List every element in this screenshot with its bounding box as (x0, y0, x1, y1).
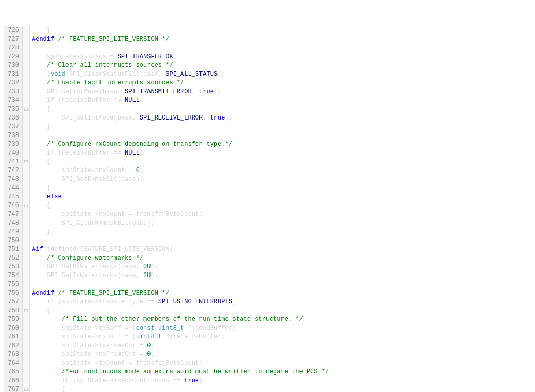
line-number: 748 (4, 219, 23, 228)
line-code: } (30, 123, 535, 131)
code-line: 758□ { (4, 306, 535, 315)
fold-space (23, 245, 30, 254)
code-line: 742 spiState->rxCount = 0; (4, 166, 535, 175)
fold-space (23, 184, 30, 193)
code-line: 741□ { (4, 158, 535, 166)
code-line: 754 SPI_SetTxWatermarks(base, 2U); (4, 271, 535, 280)
fold-space (23, 263, 30, 271)
code-line: 736 SPI_SetIntMode(base, SPI_RECEIVE_ERR… (4, 114, 535, 123)
line-number: 733 (4, 88, 23, 96)
fold-space (23, 254, 30, 263)
fold-button[interactable]: □ (23, 158, 30, 166)
line-number: 747 (4, 210, 23, 219)
line-number: 729 (4, 53, 23, 61)
code-line: 738 (4, 131, 535, 140)
line-code: #endif /* FEATURE_SPI_LITE_VERSION */ (30, 289, 535, 298)
line-number: 732 (4, 79, 23, 88)
line-code: spiState->rxFrameCnt = 0; (30, 350, 535, 359)
line-number: 728 (4, 44, 23, 53)
line-number: 730 (4, 61, 23, 70)
code-line: 733 SPI_SetIntMode(base, SPI_TRANSMIT_ER… (4, 88, 535, 96)
line-number: 750 (4, 236, 23, 245)
fold-button[interactable]: □ (23, 385, 30, 392)
code-line: 762 spiState->txFrameCnt = 0; (4, 342, 535, 350)
fold-button[interactable]: □ (23, 306, 30, 315)
line-code: else (30, 193, 535, 201)
line-number: 751 (4, 245, 23, 254)
code-line: 744 } (4, 184, 535, 193)
fold-button[interactable]: □ (23, 105, 30, 114)
line-number: 758 (4, 306, 23, 315)
line-code: { (30, 385, 535, 392)
line-number: 744 (4, 184, 23, 193)
code-line: 731 (void)SPI_ClearStatusFlag(base, SPI_… (4, 70, 535, 79)
code-line: 748 SPI_ClearRxmaskBit(base); (4, 219, 535, 228)
line-code: spiState->txFrameCnt = 0; (30, 342, 535, 350)
code-line: 764 spiState->txCount = transferByteCoun… (4, 359, 535, 368)
code-line: 756#endif /* FEATURE_SPI_LITE_VERSION */ (4, 289, 535, 298)
line-code: /* Enable fault interrupts sources */ (30, 79, 535, 88)
code-line: 743 SPI_SetRxmskBit(base); (4, 175, 535, 184)
fold-space (23, 315, 30, 324)
line-code: SPI_ClearRxmaskBit(base); (30, 219, 535, 228)
line-number: 761 (4, 333, 23, 342)
line-number: 734 (4, 96, 23, 105)
fold-space (23, 333, 30, 342)
fold-space (23, 210, 30, 219)
line-code: if (spiState->isPcsContinuous == true) (30, 377, 535, 385)
fold-space (23, 70, 30, 79)
fold-space (23, 96, 30, 105)
code-line: 765 /*For continuous mode an extra word … (4, 368, 535, 377)
code-line: 735□ { (4, 105, 535, 114)
code-line: 751#if !defined(FEATURE_SPI_LITE_VERSION… (4, 245, 535, 254)
code-lines[interactable]: 726 }727#endif /* FEATURE_SPI_LITE_VERSI… (0, 0, 535, 392)
line-number: 740 (4, 149, 23, 158)
line-number: 737 (4, 123, 23, 131)
line-code: } (30, 184, 535, 193)
code-line: 728 (4, 44, 535, 53)
line-code: { (30, 201, 535, 210)
line-number: 765 (4, 368, 23, 377)
line-number: 739 (4, 140, 23, 149)
code-line: 747 spiState->rxCount = transferByteCoun… (4, 210, 535, 219)
line-code: } (30, 228, 535, 236)
fold-space (23, 88, 30, 96)
line-number: 763 (4, 350, 23, 359)
line-number: 742 (4, 166, 23, 175)
line-number: 752 (4, 254, 23, 263)
line-code: SPI_SetIntMode(base, SPI_TRANSMIT_ERROR,… (30, 88, 535, 96)
line-number: 736 (4, 114, 23, 123)
code-line: 730 /* Clear all interrupts sources */ (4, 61, 535, 70)
fold-button[interactable]: □ (23, 201, 30, 210)
fold-space (23, 149, 30, 158)
code-line: 760 spiState->txBuff = (const uint8_t *)… (4, 324, 535, 333)
line-number: 726 (4, 26, 23, 35)
line-code: /* Fill out the other members of the run… (30, 315, 535, 324)
line-number: 746 (4, 201, 23, 210)
code-line: 750 (4, 236, 535, 245)
line-code: SPI_SetIntMode(base, SPI_RECEIVE_ERROR, … (30, 114, 535, 123)
line-number: 753 (4, 263, 23, 271)
line-code: /* Clear all interrupts sources */ (30, 61, 535, 70)
line-code: { (30, 306, 535, 315)
line-code: if (receiveBuffer != NULL) (30, 96, 535, 105)
fold-space (23, 44, 30, 53)
line-number: 735 (4, 105, 23, 114)
fold-space (23, 298, 30, 306)
line-code: #endif /* FEATURE_SPI_LITE_VERSION */ (30, 35, 535, 44)
line-code: /* Configure watermarks */ (30, 254, 535, 263)
line-code: /* Configure rxCount depending on transf… (30, 140, 535, 149)
fold-space (23, 228, 30, 236)
line-code: spiState->rxBuff = (uint8_t *)receiveBuf… (30, 333, 535, 342)
fold-space (23, 123, 30, 131)
line-code (30, 131, 535, 140)
fold-space (23, 236, 30, 245)
line-code: SPI_SetRxWatermarks(base, 0U); (30, 263, 535, 271)
code-line: 759 /* Fill out the other members of the… (4, 315, 535, 324)
line-number: 756 (4, 289, 23, 298)
code-line: 734 if (receiveBuffer != NULL) (4, 96, 535, 105)
editor-container: 726 }727#endif /* FEATURE_SPI_LITE_VERSI… (0, 0, 535, 392)
fold-space (23, 324, 30, 333)
code-line: 726 } (4, 26, 535, 35)
fold-space (23, 35, 30, 44)
